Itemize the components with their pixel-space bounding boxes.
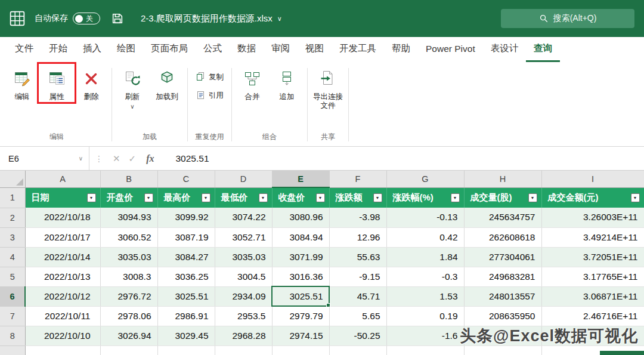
enter-icon[interactable]: ✓ — [129, 153, 137, 164]
tab-页面布局[interactable]: 页面布局 — [143, 37, 196, 62]
row-header-7[interactable]: 7 — [0, 306, 25, 326]
cell-G2[interactable]: -0.13 — [386, 208, 464, 227]
select-all-corner[interactable] — [0, 171, 25, 187]
row-header-4[interactable]: 4 — [0, 247, 25, 267]
tab-插入[interactable]: 插入 — [75, 37, 109, 62]
cell-I4[interactable]: 3.72051E+11 — [541, 247, 644, 267]
insert-function-icon[interactable]: fx — [146, 153, 154, 164]
cell-F7[interactable]: 5.65 — [329, 306, 386, 326]
tab-审阅[interactable]: 审阅 — [264, 37, 298, 62]
row-header-8[interactable]: 8 — [0, 326, 25, 345]
filter-icon[interactable]: ▼ — [528, 193, 537, 202]
tab-查询[interactable]: 查询 — [526, 37, 560, 62]
cell-C4[interactable]: 3084.27 — [157, 247, 215, 267]
column-header-H[interactable]: H — [464, 171, 541, 187]
cell-A9[interactable] — [25, 345, 100, 355]
header-cell-A1[interactable]: 日期▼ — [25, 187, 100, 208]
properties-button[interactable]: 属性 — [39, 64, 74, 101]
cell-I2[interactable]: 3.26003E+11 — [541, 208, 644, 227]
cell-C5[interactable]: 3036.25 — [157, 267, 215, 286]
cell-C7[interactable]: 2986.91 — [157, 306, 215, 326]
autosave-toggle[interactable]: 关 — [73, 13, 100, 24]
cell-H7[interactable]: 208635950 — [464, 306, 541, 326]
cell-A8[interactable]: 2022/10/10 — [25, 326, 100, 345]
cell-C2[interactable]: 3099.92 — [157, 208, 215, 227]
column-header-C[interactable]: C — [157, 171, 215, 187]
column-header-B[interactable]: B — [100, 171, 157, 187]
search-box[interactable]: 搜索(Alt+Q) — [501, 9, 634, 28]
cell-F4[interactable]: 55.63 — [329, 247, 386, 267]
column-header-F[interactable]: F — [329, 171, 386, 187]
tab-视图[interactable]: 视图 — [298, 37, 332, 62]
cell-E6[interactable]: 3025.51 — [272, 286, 329, 306]
load-to-button[interactable]: 加载到 — [150, 64, 184, 101]
cell-D3[interactable]: 3052.71 — [215, 227, 272, 247]
merge-button[interactable]: 合并 — [235, 64, 270, 101]
formula-input[interactable]: 3025.51 — [175, 153, 644, 164]
filter-icon[interactable]: ▼ — [144, 193, 153, 202]
cell-G8[interactable]: -1.6 — [386, 326, 464, 345]
tab-帮助[interactable]: 帮助 — [384, 37, 418, 62]
tab-表设计[interactable]: 表设计 — [483, 37, 527, 62]
cell-I3[interactable]: 3.49214E+11 — [541, 227, 644, 247]
filter-icon[interactable]: ▼ — [316, 193, 325, 202]
filter-icon[interactable]: ▼ — [87, 193, 96, 202]
cell-F6[interactable]: 45.71 — [329, 286, 386, 306]
cell-G5[interactable]: -0.3 — [386, 267, 464, 286]
autosave-control[interactable]: 自动保存 关 — [35, 13, 100, 24]
cell-H4[interactable]: 277304061 — [464, 247, 541, 267]
header-cell-F1[interactable]: 涨跌额▼ — [329, 187, 386, 208]
cell-B6[interactable]: 2976.72 — [100, 286, 157, 306]
cell-A6[interactable]: 2022/10/12 — [25, 286, 100, 306]
row-header-5[interactable]: 5 — [0, 267, 25, 286]
cell-H9[interactable] — [464, 345, 541, 355]
row-header-1[interactable]: 1 — [0, 187, 25, 208]
row-header-2[interactable]: 2 — [0, 208, 25, 227]
refresh-button[interactable]: 刷新 ∨ — [115, 64, 150, 110]
document-title[interactable]: 2-3.爬取网页数据用作数据源.xlsx ∨ — [141, 13, 282, 24]
header-cell-H1[interactable]: 成交量(股)▼ — [464, 187, 541, 208]
cell-H6[interactable]: 248013557 — [464, 286, 541, 306]
tab-数据[interactable]: 数据 — [230, 37, 264, 62]
cell-A5[interactable]: 2022/10/13 — [25, 267, 100, 286]
cell-F9[interactable] — [329, 345, 386, 355]
export-connection-file-button[interactable]: 导出连接文件 — [311, 64, 345, 110]
cell-A3[interactable]: 2022/10/17 — [25, 227, 100, 247]
header-cell-D1[interactable]: 最低价▼ — [215, 187, 272, 208]
header-cell-I1[interactable]: 成交金额(元)▼ — [541, 187, 644, 208]
cell-D8[interactable]: 2968.28 — [215, 326, 272, 345]
cell-E3[interactable]: 3084.94 — [272, 227, 329, 247]
cell-I5[interactable]: 3.17765E+11 — [541, 267, 644, 286]
row-header-6[interactable]: 6 — [0, 286, 25, 306]
reference-button[interactable]: 引用 — [191, 90, 228, 101]
cell-C3[interactable]: 3087.19 — [157, 227, 215, 247]
refresh-dropdown-chevron[interactable]: ∨ — [130, 103, 134, 110]
cell-G7[interactable]: 0.19 — [386, 306, 464, 326]
cell-E5[interactable]: 3016.36 — [272, 267, 329, 286]
cell-F5[interactable]: -9.15 — [329, 267, 386, 286]
cell-F8[interactable]: -50.25 — [329, 326, 386, 345]
row-header-9[interactable] — [0, 345, 25, 355]
cell-C8[interactable]: 3029.45 — [157, 326, 215, 345]
filter-icon[interactable]: ▼ — [451, 193, 460, 202]
append-button[interactable]: 追加 — [270, 64, 304, 101]
column-header-A[interactable]: A — [25, 171, 100, 187]
tab-文件[interactable]: 文件 — [7, 37, 41, 62]
cell-I6[interactable]: 3.06871E+11 — [541, 286, 644, 306]
cell-G3[interactable]: 0.42 — [386, 227, 464, 247]
header-cell-C1[interactable]: 最高价▼ — [157, 187, 215, 208]
header-cell-G1[interactable]: 涨跌幅(%)▼ — [386, 187, 464, 208]
cell-D9[interactable] — [215, 345, 272, 355]
formula-bar-grip[interactable]: ⋮ — [95, 154, 103, 163]
cell-B9[interactable] — [100, 345, 157, 355]
fill-handle[interactable] — [326, 303, 330, 307]
cell-D4[interactable]: 3035.03 — [215, 247, 272, 267]
cell-D5[interactable]: 3004.5 — [215, 267, 272, 286]
cell-I7[interactable]: 2.46716E+11 — [541, 306, 644, 326]
cell-A4[interactable]: 2022/10/14 — [25, 247, 100, 267]
cell-C9[interactable] — [157, 345, 215, 355]
header-cell-B1[interactable]: 开盘价▼ — [100, 187, 157, 208]
header-cell-E1[interactable]: 收盘价▼ — [272, 187, 329, 208]
cell-D2[interactable]: 3074.22 — [215, 208, 272, 227]
filter-icon[interactable]: ▼ — [631, 193, 640, 202]
